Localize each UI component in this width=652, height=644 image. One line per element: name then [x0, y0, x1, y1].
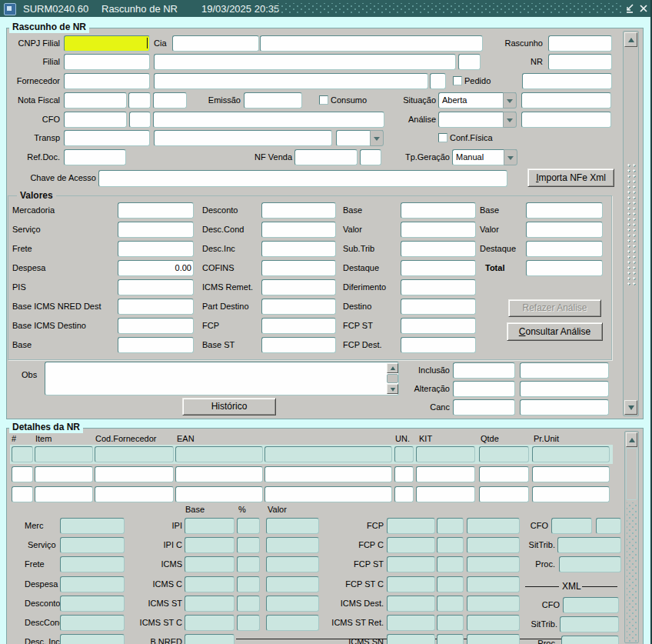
ref-doc-input[interactable] — [64, 149, 126, 165]
historico-button[interactable]: Histórico — [182, 398, 276, 415]
icmsst-pct-input[interactable] — [237, 596, 260, 612]
fcp-input[interactable] — [261, 318, 336, 334]
pedido-checkbox[interactable] — [453, 76, 462, 85]
situacao-aux-input[interactable] — [521, 92, 611, 108]
emissao-input[interactable] — [244, 92, 302, 108]
destaque-ipi-input[interactable] — [526, 241, 603, 257]
nota-fiscal-input[interactable] — [64, 92, 127, 108]
alteracao-user-input[interactable] — [520, 381, 609, 397]
detail-cell[interactable] — [95, 466, 174, 482]
detail-cell[interactable] — [479, 466, 529, 482]
rascunho-scrollbar[interactable] — [623, 31, 639, 416]
detail-cell[interactable] — [175, 486, 263, 502]
cnpj-filial-input[interactable] — [64, 35, 150, 52]
icms-pct-input[interactable] — [237, 556, 260, 572]
icmsst-base-input[interactable] — [185, 596, 235, 612]
detail-cell[interactable] — [12, 486, 33, 502]
fcp-st-input[interactable] — [401, 318, 476, 334]
base-icms-input[interactable] — [401, 202, 476, 219]
detail-cell[interactable] — [264, 446, 392, 462]
cia-desc-input[interactable] — [260, 35, 483, 52]
detail-cell[interactable] — [264, 486, 392, 502]
fcpc-pct-input[interactable] — [437, 537, 464, 553]
detail-cell[interactable] — [416, 466, 475, 482]
xml-cfo-input[interactable] — [563, 597, 619, 613]
importa-nfe-xml-button[interactable]: Importa NFe Xml — [527, 169, 614, 187]
detail-cell[interactable] — [532, 466, 610, 482]
filial-input[interactable] — [64, 54, 150, 70]
nota-fiscal-serie-input[interactable] — [128, 92, 151, 108]
cfo-sub-input[interactable] — [129, 112, 151, 128]
title-bar[interactable]: SURM0240.60 Rascunho de NR 19/03/2025 20… — [0, 0, 652, 17]
valor-ipi-input[interactable] — [526, 222, 603, 238]
detail-cell[interactable] — [479, 446, 529, 462]
nr-input[interactable] — [548, 54, 612, 70]
detail-cell[interactable] — [479, 486, 529, 502]
icms-base-input[interactable] — [185, 556, 235, 572]
base-st-input[interactable] — [261, 337, 336, 353]
chave-acesso-input[interactable] — [98, 170, 507, 187]
scrollbar-track[interactable] — [627, 502, 638, 642]
icmssn-base-input[interactable] — [387, 634, 435, 644]
detail-cell[interactable] — [12, 466, 33, 482]
scrollbar-grip[interactable] — [626, 162, 636, 285]
fcp-pct-input[interactable] — [437, 518, 464, 534]
destino-input[interactable] — [401, 299, 476, 315]
analise-dropdown-icon[interactable] — [503, 112, 517, 128]
detail-cell[interactable] — [35, 486, 93, 502]
part-destino-input[interactable] — [261, 299, 336, 315]
cia-input[interactable] — [172, 35, 259, 52]
scroll-down-icon[interactable] — [624, 400, 637, 415]
pedido-input[interactable] — [522, 73, 612, 89]
rascunho-input[interactable] — [548, 35, 612, 52]
base-ipi-input[interactable] — [526, 202, 603, 219]
detail-cell[interactable] — [416, 486, 475, 502]
filial-desc-input[interactable] — [154, 54, 456, 70]
tp-geracao-dropdown-icon[interactable] — [504, 149, 517, 165]
canc-date-input[interactable] — [453, 399, 515, 415]
cfo-detail-input[interactable] — [551, 518, 592, 534]
transp-dropdown-icon[interactable] — [370, 130, 384, 146]
base-icms-nred-dest-input[interactable] — [118, 299, 194, 315]
detail-cell[interactable] — [12, 446, 33, 462]
icmsstc-pct-input[interactable] — [237, 615, 260, 631]
cfo-desc-input[interactable] — [153, 112, 384, 128]
total-input[interactable] — [526, 260, 603, 276]
fcp-dest-input[interactable] — [401, 337, 476, 353]
canc-user-input[interactable] — [520, 399, 609, 415]
fcp-base-input[interactable] — [387, 518, 435, 534]
icmsdest-base-input[interactable] — [387, 596, 435, 612]
fornecedor-input[interactable] — [64, 73, 150, 89]
base-input[interactable] — [118, 337, 194, 353]
transp-desc-input[interactable] — [154, 130, 332, 146]
icmsc-base-input[interactable] — [185, 576, 235, 592]
fcpstc-base-input[interactable] — [387, 576, 435, 592]
desc-cond-input[interactable] — [261, 222, 336, 238]
restore-window-icon[interactable] — [624, 3, 635, 15]
fcpst-pct-input[interactable] — [437, 556, 464, 572]
icmssn-pct-input[interactable] — [437, 634, 464, 644]
icmsstret-pct-input[interactable] — [437, 615, 464, 631]
detail-cell[interactable] — [416, 446, 475, 462]
sittrib-detail-input[interactable] — [557, 537, 621, 553]
fornecedor-desc-input[interactable] — [154, 73, 428, 89]
icmsstc-base-input[interactable] — [185, 615, 235, 631]
refazer-analise-button[interactable]: Refazer Análise — [508, 299, 601, 317]
icmsstret-base-input[interactable] — [387, 615, 435, 631]
conf-fisica-checkbox[interactable] — [438, 133, 447, 142]
xml-sittrib-input[interactable] — [560, 616, 619, 632]
icms-remet-input[interactable] — [261, 279, 336, 295]
detail-cell[interactable] — [35, 466, 93, 482]
proc-detail-input[interactable] — [559, 556, 621, 572]
detail-cell[interactable] — [35, 446, 93, 462]
diferimento-input[interactable] — [401, 279, 476, 295]
detalhes-scrollbar[interactable] — [624, 431, 639, 643]
destaque-icms-input[interactable] — [401, 260, 476, 276]
close-icon[interactable] — [638, 3, 649, 15]
detail-cell[interactable] — [394, 466, 414, 482]
valor-icms-input[interactable] — [401, 222, 476, 238]
nf-venda-serie-input[interactable] — [360, 149, 381, 165]
inclusao-date-input[interactable] — [453, 362, 515, 379]
detail-cell[interactable] — [264, 466, 392, 482]
scroll-up-icon[interactable] — [626, 432, 637, 447]
